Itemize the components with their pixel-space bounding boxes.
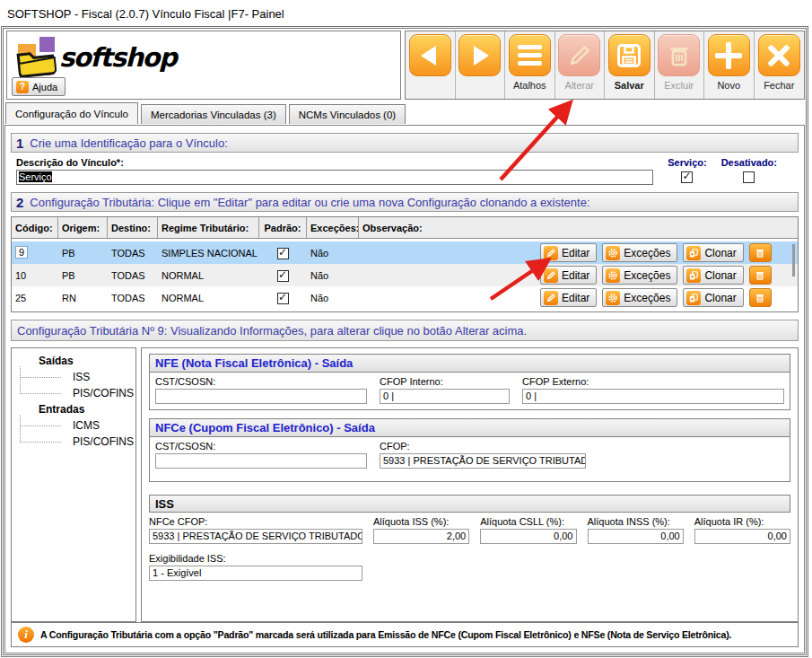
padrao-checkbox[interactable] (277, 270, 289, 282)
clonar-button[interactable]: Clonar (683, 288, 743, 307)
tab-bar: Configuração do Vínculo Mercadorias Vinc… (5, 104, 406, 124)
table-row[interactable]: 10 PB TODAS NORMAL Não Editar Exceções C… (12, 264, 798, 286)
help-button[interactable]: ? Ajuda (12, 77, 65, 96)
help-button-label: Ajuda (32, 82, 57, 92)
tree-item-pis-cofins-entrada[interactable]: PIS/COFINS (12, 434, 135, 450)
nfe-cfop-externo-input[interactable]: 0 | (522, 389, 784, 404)
nfe-cst-label: CST/CSOSN: (155, 376, 367, 387)
forward-arrow-icon (474, 46, 489, 66)
descricao-vinculo-input[interactable]: Serviço (16, 170, 653, 185)
excecoes-button[interactable]: Exceções (602, 266, 677, 285)
fechar-button[interactable] (758, 34, 800, 76)
gear-icon (606, 291, 620, 305)
descricao-vinculo-selected-text: Serviço (19, 171, 52, 182)
nfce-group: NFCe (Cupom Fiscal Eletrônico) - Saída C… (149, 418, 790, 482)
aliquota-csll-input[interactable]: 0,00 (480, 529, 576, 544)
nfe-cfop-externo-label: CFOP Externo: (522, 376, 784, 387)
tree-group-entradas[interactable]: Entradas (12, 401, 135, 417)
editar-button[interactable]: Editar (540, 266, 597, 285)
nfce-cst-input[interactable] (155, 453, 367, 469)
back-button[interactable] (409, 34, 451, 76)
table-header-row: Código: Origem: Destino: Regime Tributár… (12, 217, 798, 239)
codigo-cell[interactable]: 9 (15, 246, 28, 259)
servico-checkbox[interactable] (681, 171, 693, 183)
info-bar: i A Configuração Tributária com a opção … (11, 622, 799, 647)
col-observacao: Observação: (359, 217, 798, 238)
nfe-cfop-interno-label: CFOP Interno: (380, 376, 510, 387)
logo-text: softshop (59, 42, 176, 73)
back-arrow-icon (421, 46, 436, 66)
tax-details-panel: NFE (Nota Fiscal Eletrônica) - Saída CST… (141, 347, 799, 622)
atalhos-button-label: Atalhos (513, 80, 546, 91)
exigibilidade-iss-label: Exigibilidade ISS: (149, 553, 362, 564)
padrao-checkbox[interactable] (277, 248, 289, 259)
tax-tree-panel: Saídas ISS PIS/COFINS Entradas ICMS PIS/… (11, 347, 136, 622)
excecoes-button[interactable]: Exceções (602, 288, 677, 307)
tree-item-iss[interactable]: ISS (12, 369, 135, 385)
aliquota-ir-label: Alíquota IR (%): (694, 516, 790, 527)
nfe-group: NFE (Nota Fiscal Eletrônica) - Saída CST… (149, 354, 790, 410)
alterar-button (558, 34, 600, 76)
tab-mercadorias-vinculadas[interactable]: Mercadorias Vinculadas (3) (141, 104, 286, 124)
nfce-cfop-input[interactable]: 5933 | PRESTAÇÃO DE SERVIÇO TRIBUTADO PE (380, 453, 586, 469)
tab-configuracao-vinculo[interactable]: Configuração do Vínculo (5, 102, 138, 124)
exigibilidade-iss-input[interactable]: 1 - Exigível (149, 566, 362, 581)
clonar-button[interactable]: Clonar (683, 266, 743, 285)
tree-item-icms[interactable]: ICMS (12, 417, 135, 434)
novo-button[interactable] (708, 34, 750, 76)
delete-row-button[interactable] (749, 266, 772, 285)
copy-icon (686, 268, 701, 283)
aliquota-iss-label: Alíquota ISS (%): (373, 516, 469, 527)
question-mark-icon: ? (16, 81, 29, 93)
pencil-icon (544, 268, 558, 283)
nfe-group-title: NFE (Nota Fiscal Eletrônica) - Saída (150, 355, 790, 373)
excluir-button (658, 34, 700, 76)
tab-ncms-vinculados[interactable]: NCMs Vinculados (0) (289, 104, 406, 124)
softshop-logo: softshop (16, 37, 176, 78)
aliquota-ir-input[interactable]: 0,00 (694, 529, 790, 544)
table-row[interactable]: 25 RN TODAS NORMAL Não Editar Exceções C… (12, 286, 798, 309)
pencil-icon (544, 246, 558, 260)
iss-nfce-cfop-input[interactable]: 5933 | PRESTAÇÃO DE SERVIÇO TRIBUTADO PE (149, 529, 362, 544)
tree-group-saidas[interactable]: Saídas (12, 353, 135, 369)
close-x-icon (767, 44, 790, 67)
window-title: SOFTSHOP - Fiscal (2.0.7) Vínculo Fiscal… (7, 7, 284, 21)
aliquota-inss-input[interactable]: 0,00 (588, 529, 684, 544)
forward-button[interactable] (458, 34, 501, 76)
trash-icon (755, 270, 765, 281)
menu-bars-icon (518, 45, 542, 66)
table-row[interactable]: 9 PB TODAS SIMPLES NACIONAL Não Editar E… (12, 241, 798, 264)
copy-icon (686, 291, 701, 305)
nfe-cst-input[interactable] (155, 389, 367, 404)
gear-icon (606, 246, 620, 260)
salvar-button[interactable] (608, 34, 650, 76)
nfce-cfop-label: CFOP: (380, 441, 586, 452)
clonar-button[interactable]: Clonar (683, 243, 743, 262)
nfe-cfop-interno-input[interactable]: 0 | (380, 389, 510, 404)
section1-body: Descrição do Vínculo*: Serviço Serviço: … (11, 153, 799, 192)
col-origem: Origem: (58, 217, 108, 238)
tree-item-pis-cofins-saida[interactable]: PIS/COFINS (12, 385, 135, 401)
editar-button[interactable]: Editar (540, 288, 597, 307)
table-scrollbar[interactable] (792, 244, 795, 276)
nfce-group-title: NFCe (Cupom Fiscal Eletrônico) - Saída (150, 419, 790, 437)
delete-row-button[interactable] (749, 243, 772, 262)
info-text: A Configuração Tributária com a opção "P… (40, 629, 731, 640)
excluir-button-label: Excluir (664, 80, 694, 91)
aliquota-inss-label: Alíquota INSS (%): (588, 516, 684, 527)
delete-row-button[interactable] (749, 288, 772, 307)
app-window: softshop ? Ajuda Atalhos Alterar (3, 28, 807, 655)
desativado-checkbox[interactable] (743, 171, 755, 183)
section1-header: 1 Crie uma Identificação para o Vínculo: (11, 133, 799, 153)
padrao-checkbox[interactable] (277, 293, 289, 304)
atalhos-button[interactable] (509, 34, 551, 76)
aliquota-iss-input[interactable]: 2,00 (373, 529, 469, 544)
editar-button[interactable]: Editar (540, 243, 597, 262)
info-icon: i (18, 627, 34, 643)
configuracoes-table: Código: Origem: Destino: Regime Tributár… (11, 216, 799, 312)
floppy-disk-icon (615, 41, 643, 70)
pencil-icon (566, 42, 593, 69)
iss-group-title: ISS (149, 495, 790, 513)
iss-group: ISS NFCe CFOP: 5933 | PRESTAÇÃO DE SERVI… (149, 495, 790, 581)
excecoes-button[interactable]: Exceções (602, 243, 677, 262)
